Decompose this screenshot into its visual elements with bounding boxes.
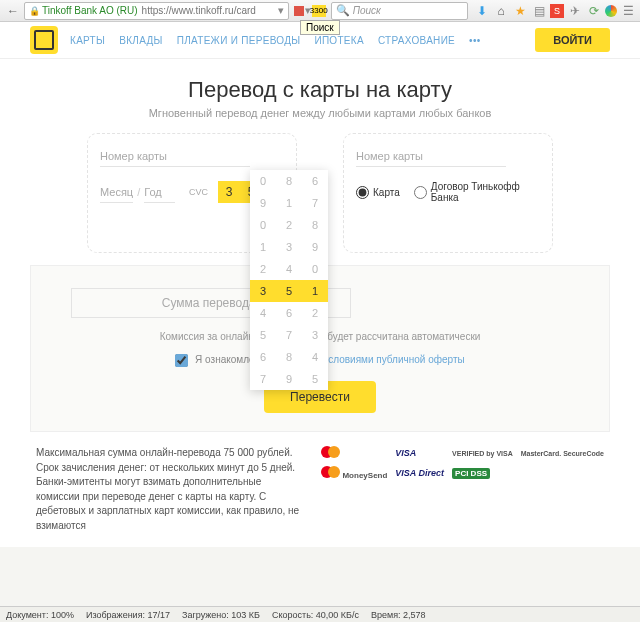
keypad-key[interactable]: 3	[276, 236, 302, 258]
from-card-number-input[interactable]: Номер карты	[100, 146, 250, 167]
nav-cards[interactable]: КАРТЫ	[70, 35, 105, 46]
rss-icon[interactable]: ▤	[531, 3, 547, 19]
status-speed: Скорость: 40,00 КБ/с	[272, 610, 359, 620]
url-text: https://www.tinkoff.ru/card	[142, 5, 256, 16]
keypad-key[interactable]: 3	[302, 324, 328, 346]
page-title: Перевод с карты на карту	[0, 77, 640, 103]
keypad-key[interactable]: 3	[250, 280, 276, 302]
color-ext-icon[interactable]	[605, 5, 617, 17]
agree-checkbox[interactable]	[175, 354, 188, 367]
keypad-key[interactable]: 8	[276, 170, 302, 192]
to-card: Номер карты Карта Договор Тинькофф Банка	[343, 133, 553, 253]
cvc-label: CVC	[189, 187, 208, 197]
radio-contract[interactable]: Договор Тинькофф Банка	[414, 181, 540, 203]
keypad-key[interactable]: 9	[276, 368, 302, 390]
footer-row: Максимальная сумма онлайн-перевода 75 00…	[0, 432, 640, 547]
search-icon: 🔍	[336, 4, 350, 17]
virtual-keypad[interactable]: 086917028139240351462573684795	[250, 170, 328, 390]
from-month-input[interactable]: Месяц	[100, 182, 133, 203]
keypad-key[interactable]: 0	[250, 214, 276, 236]
star-icon[interactable]: ★	[512, 3, 528, 19]
keypad-key[interactable]: 9	[250, 192, 276, 214]
nav-mortgage[interactable]: ИПОТЕКА	[314, 35, 364, 46]
visa-direct-logo: VISA Direct	[395, 468, 444, 478]
mastercard-logo	[321, 446, 387, 460]
page-content: КАРТЫ ВКЛАДЫ ПЛАТЕЖИ И ПЕРЕВОДЫ ИПОТЕКА …	[0, 22, 640, 547]
search-bar[interactable]: 🔍 Поиск	[331, 2, 468, 20]
keypad-key[interactable]: 2	[276, 214, 302, 236]
verified-by-visa-logo: VERIFIED by VISA	[452, 450, 513, 457]
pci-dss-logo: PCI DSS	[452, 468, 513, 478]
sync-icon[interactable]: ⟳	[586, 3, 602, 19]
s-extension-icon[interactable]: S	[550, 4, 564, 18]
moneysend-logo: MoneySend	[321, 466, 387, 480]
keypad-key[interactable]: 1	[302, 280, 328, 302]
keypad-key[interactable]: 0	[302, 258, 328, 280]
keypad-key[interactable]: 6	[276, 302, 302, 324]
home-icon[interactable]: ⌂	[493, 3, 509, 19]
cards-row: Номер карты Месяц / Год CVC 3 5 1 〉 Номе…	[0, 127, 640, 257]
keypad-key[interactable]: 5	[302, 368, 328, 390]
status-images: Изображения: 17/17	[86, 610, 170, 620]
keypad-key[interactable]: 2	[302, 302, 328, 324]
keypad-key[interactable]: 6	[250, 346, 276, 368]
tinkoff-logo[interactable]	[30, 26, 58, 54]
radio-card[interactable]: Карта	[356, 181, 400, 203]
to-card-number-input[interactable]: Номер карты	[356, 146, 506, 167]
page-subtitle: Мгновенный перевод денег между любыми ка…	[0, 107, 640, 119]
keypad-key[interactable]: 8	[302, 214, 328, 236]
from-year-input[interactable]: Год	[144, 182, 175, 203]
keypad-key[interactable]: 2	[250, 258, 276, 280]
keypad-key[interactable]: 4	[250, 302, 276, 324]
visa-logo: VISA	[395, 448, 444, 458]
send-icon[interactable]: ✈	[567, 3, 583, 19]
keypad-key[interactable]: 1	[276, 192, 302, 214]
keypad-key[interactable]: 4	[276, 258, 302, 280]
keypad-key[interactable]: 8	[276, 346, 302, 368]
keypad-key[interactable]: 7	[276, 324, 302, 346]
nav-payments[interactable]: ПЛАТЕЖИ И ПЕРЕВОДЫ	[177, 35, 301, 46]
download-icon[interactable]: ⬇	[474, 3, 490, 19]
offer-link[interactable]: условиями публичной оферты	[323, 354, 464, 365]
keypad-key[interactable]: 4	[302, 346, 328, 368]
limits-info: Максимальная сумма онлайн-перевода 75 00…	[36, 446, 301, 533]
nav-deposits[interactable]: ВКЛАДЫ	[119, 35, 163, 46]
menu-icon[interactable]: ☰	[620, 3, 636, 19]
site-identity: Tinkoff Bank AO (RU)	[42, 5, 138, 16]
keypad-key[interactable]: 0	[250, 170, 276, 192]
status-doc: Документ: 100%	[6, 610, 74, 620]
google-pagerank-widget[interactable]: ▾ 3300	[294, 4, 326, 17]
keypad-key[interactable]: 7	[250, 368, 276, 390]
keypad-key[interactable]: 5	[250, 324, 276, 346]
lock-icon: 🔒	[29, 6, 40, 16]
status-time: Время: 2,578	[371, 610, 426, 620]
nav-more-icon[interactable]: •••	[469, 35, 480, 46]
search-tooltip: Поиск	[300, 20, 340, 35]
primary-nav: КАРТЫ ВКЛАДЫ ПЛАТЕЖИ И ПЕРЕВОДЫ ИПОТЕКА …	[70, 35, 481, 46]
nav-insurance[interactable]: СТРАХОВАНИЕ	[378, 35, 455, 46]
keypad-key[interactable]: 7	[302, 192, 328, 214]
keypad-key[interactable]: 5	[276, 280, 302, 302]
address-bar[interactable]: 🔒 Tinkoff Bank AO (RU) https://www.tinko…	[24, 2, 289, 20]
keypad-key[interactable]: 6	[302, 170, 328, 192]
payment-logos: VISA VERIFIED by VISA MasterCard. Secure…	[321, 446, 604, 480]
login-button[interactable]: ВОЙТИ	[535, 28, 610, 52]
date-separator: /	[137, 186, 140, 198]
back-button[interactable]: ←	[4, 2, 22, 20]
mastercard-securecode-logo: MasterCard. SecureCode	[521, 450, 604, 457]
keypad-key[interactable]: 9	[302, 236, 328, 258]
browser-toolbar: ← 🔒 Tinkoff Bank AO (RU) https://www.tin…	[0, 0, 640, 22]
hero: Перевод с карты на карту Мгновенный пере…	[0, 59, 640, 127]
keypad-key[interactable]: 1	[250, 236, 276, 258]
browser-statusbar: Документ: 100% Изображения: 17/17 Загруж…	[0, 606, 640, 622]
status-downloaded: Загружено: 103 КБ	[182, 610, 260, 620]
